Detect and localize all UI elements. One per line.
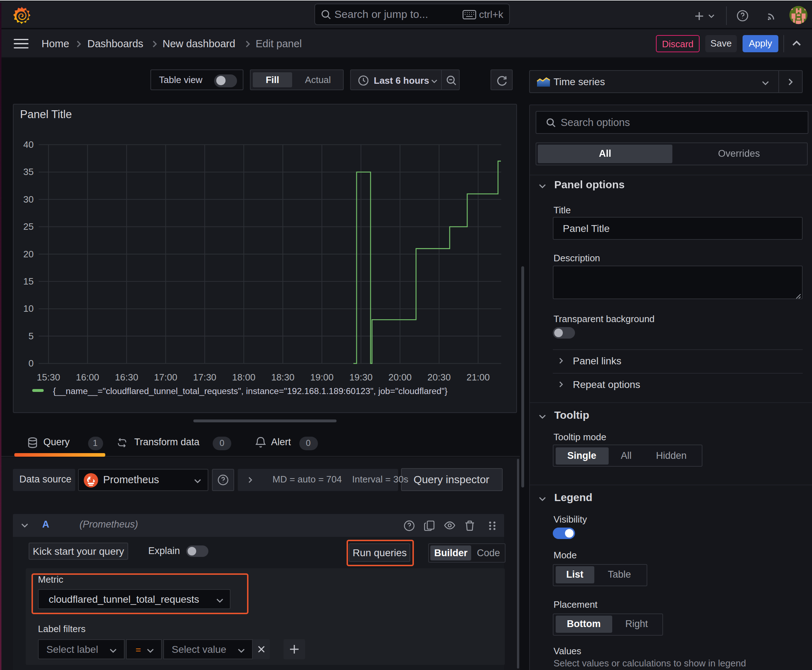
svg-text:15:30: 15:30 <box>37 372 60 382</box>
svg-text:19:30: 19:30 <box>349 372 373 382</box>
svg-text:17:00: 17:00 <box>154 372 177 382</box>
svg-text:18:30: 18:30 <box>271 372 294 382</box>
svg-text:{__name__="cloudflared_tunnel_: {__name__="cloudflared_tunnel_total_requ… <box>53 386 448 396</box>
svg-text:18:00: 18:00 <box>232 372 255 382</box>
svg-text:20: 20 <box>23 249 34 259</box>
svg-text:17:30: 17:30 <box>193 372 216 382</box>
svg-text:20:30: 20:30 <box>427 372 451 382</box>
svg-text:16:30: 16:30 <box>115 372 138 382</box>
svg-text:19:00: 19:00 <box>310 372 334 382</box>
svg-text:10: 10 <box>23 303 34 314</box>
svg-text:21:00: 21:00 <box>466 372 490 382</box>
svg-text:35: 35 <box>23 166 34 177</box>
svg-text:30: 30 <box>23 194 34 205</box>
svg-text:40: 40 <box>23 139 34 150</box>
svg-text:16:00: 16:00 <box>76 372 99 382</box>
svg-text:15: 15 <box>23 276 34 287</box>
svg-text:20:00: 20:00 <box>388 372 412 382</box>
svg-text:0: 0 <box>29 358 34 369</box>
svg-text:25: 25 <box>23 221 34 232</box>
svg-text:5: 5 <box>29 331 34 342</box>
